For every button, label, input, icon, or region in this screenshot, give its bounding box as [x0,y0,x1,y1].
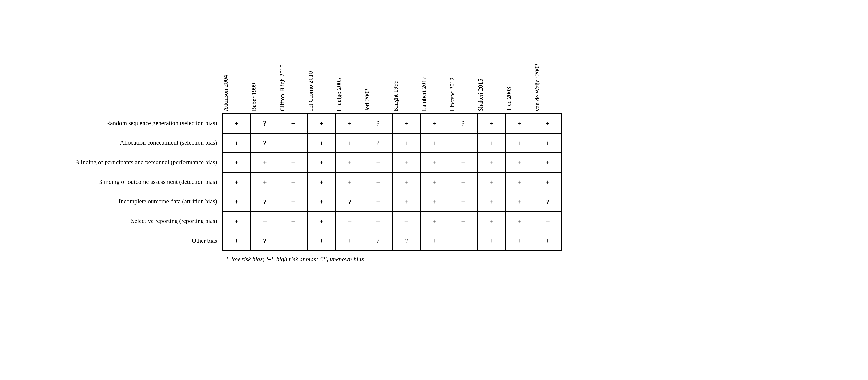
table-row-0: Random sequence generation (selection bi… [61,113,562,133]
cell-r5-c5: – [364,212,392,231]
bias-table: Random sequence generation (selection bi… [61,113,562,251]
legend: +’, low risk bias; ‘–’, high risk of bia… [222,256,562,263]
column-header-2: Clifton-Bligh 2015 [279,14,307,113]
column-header-10: Tice 2003 [505,14,533,113]
cell-r6-c6: ? [392,231,420,250]
cell-r0-c6: + [392,114,420,133]
row-label-6: Other bias [61,231,222,251]
cell-r3-c6: + [392,173,420,192]
cell-r5-c7: + [420,212,448,231]
column-header-11: van de Weijer 2002 [533,14,562,113]
cell-r3-c8: + [448,173,477,192]
cell-r2-c9: + [477,153,505,172]
cell-r1-c6: + [392,134,420,152]
cell-r0-c2: + [279,114,307,133]
cell-r6-c0: + [222,231,250,250]
cell-r4-c9: + [477,192,505,211]
cell-r2-c3: + [307,153,335,172]
table-wrapper: Atkinson 2004Baber 1999Clifton-Bligh 201… [61,14,562,263]
cell-r0-c5: ? [364,114,392,133]
cell-r1-c0: + [222,134,250,152]
cell-r6-c3: + [307,231,335,250]
cell-r0-c3: + [307,114,335,133]
column-header-label-9: Shakeri 2015 [477,79,484,111]
cell-r1-c11: + [533,134,562,152]
cell-r2-c5: + [364,153,392,172]
column-header-label-0: Atkinson 2004 [222,75,229,111]
cell-r3-c5: + [364,173,392,192]
cell-r6-c7: + [420,231,448,250]
cell-r3-c0: + [222,173,250,192]
column-header-label-5: Jeri 2002 [364,89,371,111]
column-header-label-10: Tice 2003 [505,87,513,111]
cell-r3-c1: + [250,173,279,192]
column-header-9: Shakeri 2015 [477,14,505,113]
cell-r4-c2: + [279,192,307,211]
cell-r5-c9: + [477,212,505,231]
cell-r3-c7: + [420,173,448,192]
cell-r6-c2: + [279,231,307,250]
table-row-3: Blinding of outcome assessment (detectio… [61,172,562,192]
column-header-5: Jeri 2002 [364,14,392,113]
cell-r4-c11: ? [533,192,562,211]
column-header-label-7: Lambert 2017 [420,77,428,111]
cell-r6-c11: + [533,231,562,250]
column-header-label-6: Knight 1999 [392,80,399,111]
cell-r1-c8: + [448,134,477,152]
cell-r6-c10: + [505,231,533,250]
cell-r2-c0: + [222,153,250,172]
cell-r4-c4: ? [335,192,364,211]
column-header-label-8: Lipovac 2012 [448,77,456,111]
cell-r5-c3: + [307,212,335,231]
column-header-label-4: Hidalgo 2005 [335,78,343,111]
table-row-1: Allocation concealment (selection bias)+… [61,133,562,152]
column-header-1: Baber 1999 [250,14,279,113]
cell-r1-c9: + [477,134,505,152]
cell-r4-c0: + [222,192,250,211]
cell-r5-c4: – [335,212,364,231]
column-header-7: Lambert 2017 [420,14,448,113]
cell-r5-c8: + [448,212,477,231]
cell-r0-c10: + [505,114,533,133]
column-header-label-1: Baber 1999 [250,83,257,111]
cell-r3-c10: + [505,173,533,192]
cell-r6-c5: ? [364,231,392,250]
cell-r5-c2: + [279,212,307,231]
cell-r3-c2: + [279,173,307,192]
row-label-3: Blinding of outcome assessment (detectio… [61,172,222,192]
cell-r1-c10: + [505,134,533,152]
cell-r6-c8: + [448,231,477,250]
cell-r4-c6: + [392,192,420,211]
column-header-8: Lipovac 2012 [448,14,477,113]
main-container: Atkinson 2004Baber 1999Clifton-Bligh 201… [14,9,854,263]
cell-r2-c4: + [335,153,364,172]
cell-r4-c8: + [448,192,477,211]
cell-r2-c11: + [533,153,562,172]
cell-r0-c8: ? [448,114,477,133]
cell-r4-c5: + [364,192,392,211]
column-header-0: Atkinson 2004 [222,14,250,113]
cell-r0-c0: + [222,114,250,133]
cell-r1-c5: ? [364,134,392,152]
cell-r5-c10: + [505,212,533,231]
row-cells-4: +?++?++++++? [222,192,562,211]
cell-r5-c1: – [250,212,279,231]
cell-r5-c6: – [392,212,420,231]
table-row-2: Blinding of participants and personnel (… [61,152,562,172]
cell-r0-c11: + [533,114,562,133]
cell-r3-c11: + [533,173,562,192]
cell-r2-c1: + [250,153,279,172]
cell-r0-c4: + [335,114,364,133]
row-label-4: Incomplete outcome data (attrition bias) [61,192,222,211]
cell-r2-c7: + [420,153,448,172]
cell-r3-c3: + [307,173,335,192]
column-header-6: Knight 1999 [392,14,420,113]
cell-r4-c7: + [420,192,448,211]
column-header-label-11: van de Weijer 2002 [533,64,541,111]
cell-r2-c8: + [448,153,477,172]
column-header-label-3: del Giorno 2010 [307,71,314,111]
cell-r4-c10: + [505,192,533,211]
cell-r0-c9: + [477,114,505,133]
cell-r2-c10: + [505,153,533,172]
cell-r2-c6: + [392,153,420,172]
